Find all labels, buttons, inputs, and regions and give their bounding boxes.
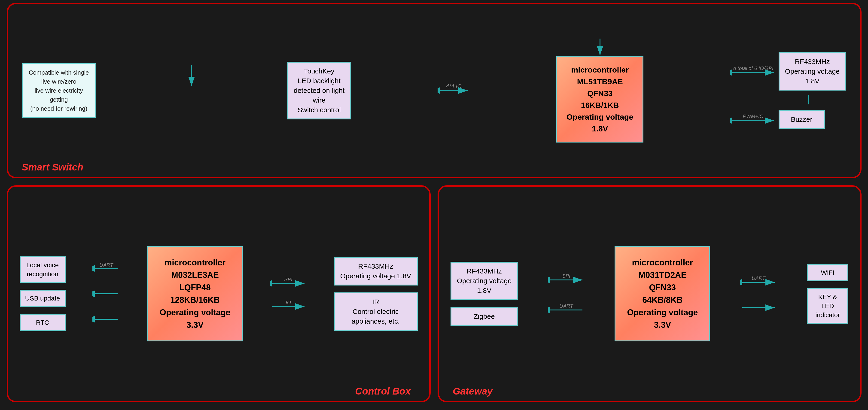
svg-text:UART: UART xyxy=(752,275,766,281)
vertical-connector xyxy=(802,95,815,104)
arrow-spi-cb: SPI xyxy=(270,277,307,288)
arrow-uart-gw: UART xyxy=(548,303,585,315)
rtc-box: RTC xyxy=(20,314,66,331)
mcu-smart-switch: microcontroller ML51TB9AE QFN33 16KB/1KB… xyxy=(556,56,644,143)
control-right-col: RF433MHz Operating voltage 1.8V IR Contr… xyxy=(334,257,418,331)
svg-text:UART: UART xyxy=(100,263,114,268)
smart-switch-section: Smart Switch Compatible with single live… xyxy=(7,3,862,178)
rf433-control: RF433MHz Operating voltage 1.8V xyxy=(334,257,418,285)
arrow-uart-wifi: UART xyxy=(740,275,777,287)
smart-switch-label: Smart Switch xyxy=(22,162,84,173)
gateway-left-col: RF433MHz Operating voltage 1.8V Zigbee xyxy=(451,262,518,326)
arrow-uart-rtc xyxy=(92,313,120,325)
zigbee-box: Zigbee xyxy=(451,307,518,326)
gateway-section: Gateway RF433MHz Operating voltage 1.8V … xyxy=(438,185,862,402)
gateway-right-col: WIFI KEY & LED indicator xyxy=(807,264,848,324)
arrow-uart-voice: UART xyxy=(92,263,120,274)
compatibility-note: Compatible with single live wire/zero li… xyxy=(22,63,96,118)
control-box-section: Control Box Local voice recognition USB … xyxy=(7,185,431,402)
label-total-io-spi: A total of 6 IO/SPI xyxy=(733,65,773,71)
arrow-note-to-touchkey xyxy=(185,65,198,88)
arrow-uart-key-led xyxy=(740,301,777,312)
ir-box: IR Control electric appliances, etc. xyxy=(334,292,418,331)
svg-text:IO: IO xyxy=(285,299,291,305)
arrow-uart-usb xyxy=(92,288,120,299)
arrow-spi-gw: SPI xyxy=(548,273,585,285)
svg-text:SPI: SPI xyxy=(284,277,292,282)
bottom-row: Control Box Local voice recognition USB … xyxy=(7,185,862,402)
control-left-col: Local voice recognition USB update RTC xyxy=(20,256,66,332)
touchkey-box: TouchKey LED backlight detected on light… xyxy=(287,62,351,119)
mcu-gateway: microcontroller M031TD2AE QFN33 64KB/8KB… xyxy=(615,246,710,341)
arrow-4x4-io: 4*4 IO xyxy=(438,84,470,97)
svg-text:UART: UART xyxy=(560,303,574,309)
voice-box: Local voice recognition xyxy=(20,256,66,283)
control-box-label: Control Box xyxy=(355,386,410,397)
label-4x4-io: 4*4 IO xyxy=(446,84,462,89)
wifi-box: WIFI xyxy=(807,264,848,281)
rf433-gateway: RF433MHz Operating voltage 1.8V xyxy=(451,262,518,300)
arrow-to-rf433-top: A total of 6 IO/SPI xyxy=(730,64,776,78)
diagram-container: Smart Switch Compatible with single live… xyxy=(7,3,862,407)
gateway-label: Gateway xyxy=(453,386,493,397)
mcu-control-box: microcontroller M032LE3AE LQFP48 128KB/1… xyxy=(147,246,243,341)
arrow-io-cb: IO xyxy=(270,299,307,311)
arrow-top-to-mcu xyxy=(593,39,607,57)
buzzer-box: Buzzer xyxy=(779,110,825,129)
label-pwm-io: PWM+IO xyxy=(743,114,764,119)
svg-text:SPI: SPI xyxy=(562,273,570,279)
usb-box: USB update xyxy=(20,290,66,307)
key-led-box: KEY & LED indicator xyxy=(807,288,848,324)
rf433-top: RF433MHz Operating voltage 1.8V xyxy=(779,52,846,91)
arrow-to-buzzer: PWM+IO xyxy=(730,113,776,126)
